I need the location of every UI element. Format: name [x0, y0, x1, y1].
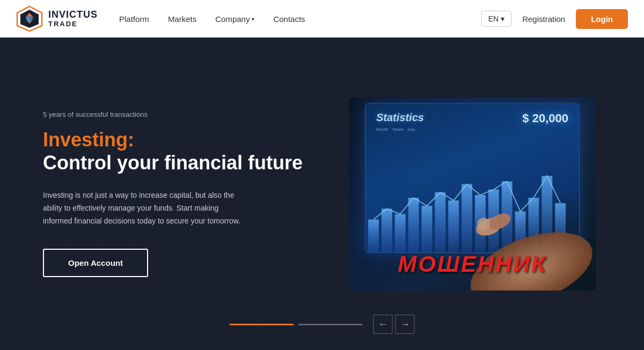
- hero-image: Statistics Month Week Day $ 20,000: [349, 98, 596, 291]
- header-left: INVICTUS TRADE Platform Markets Company …: [16, 5, 305, 32]
- stat-sublabel-day: Day: [408, 127, 415, 132]
- slider-next-button[interactable]: →: [396, 315, 415, 334]
- nav-platform[interactable]: Platform: [119, 14, 149, 24]
- slider-arrows: ← →: [374, 315, 415, 334]
- hero-subtitle: 5 years of successful transactions: [43, 110, 311, 118]
- slider-controls: ← →: [230, 315, 415, 334]
- brand-name2: TRADE: [48, 20, 98, 28]
- nav-contacts[interactable]: Contacts: [273, 14, 305, 24]
- stat-sublabels: Month Week Day: [376, 127, 568, 132]
- slider-prev-button[interactable]: ←: [374, 315, 393, 334]
- tablet-scene: Statistics Month Week Day $ 20,000: [349, 98, 596, 291]
- header: INVICTUS TRADE Platform Markets Company …: [0, 0, 644, 38]
- svg-rect-5: [408, 198, 419, 252]
- scam-text: МОШЕННИК: [349, 251, 596, 277]
- stat-sublabel-week: Week: [392, 127, 403, 132]
- main-nav: Platform Markets Company ▾ Contacts: [119, 14, 305, 24]
- tablet-content: Statistics Month Week Day $ 20,000: [365, 103, 579, 140]
- svg-rect-6: [421, 206, 432, 252]
- stat-value: $ 20,000: [522, 111, 568, 125]
- registration-button[interactable]: Registration: [522, 14, 565, 24]
- language-selector[interactable]: EN ▾: [481, 11, 511, 27]
- header-right: EN ▾ Registration Login: [481, 9, 628, 29]
- lang-chevron-icon: ▾: [501, 14, 504, 23]
- slider-dot-1: [230, 324, 294, 325]
- stat-sublabel-month: Month: [376, 127, 388, 132]
- svg-rect-3: [382, 208, 392, 252]
- svg-rect-2: [368, 219, 379, 252]
- nav-markets[interactable]: Markets: [168, 14, 196, 24]
- hero-description: Investing is not just a way to increase …: [43, 189, 241, 227]
- open-account-button[interactable]: Open Account: [43, 249, 148, 277]
- company-chevron-icon: ▾: [252, 16, 254, 22]
- brand-name1: INVICTUS: [48, 10, 98, 20]
- hero-content: 5 years of successful transactions Inves…: [43, 110, 311, 278]
- slider-dots: [230, 324, 363, 325]
- hero-image-container: Statistics Month Week Day $ 20,000: [343, 98, 601, 291]
- svg-point-20: [477, 218, 490, 230]
- logo-icon: [16, 5, 43, 32]
- hero-title-orange: Investing:: [43, 128, 311, 151]
- slider-dot-2: [298, 324, 363, 325]
- logo-text: INVICTUS TRADE: [48, 10, 98, 28]
- hero-title-white: Control your financial future: [43, 151, 311, 174]
- svg-rect-4: [395, 214, 406, 252]
- logo[interactable]: INVICTUS TRADE: [16, 5, 98, 32]
- hero-section: 5 years of successful transactions Inves…: [0, 38, 644, 350]
- login-button[interactable]: Login: [576, 9, 628, 29]
- nav-company[interactable]: Company ▾: [215, 14, 254, 24]
- lang-label: EN: [488, 14, 499, 23]
